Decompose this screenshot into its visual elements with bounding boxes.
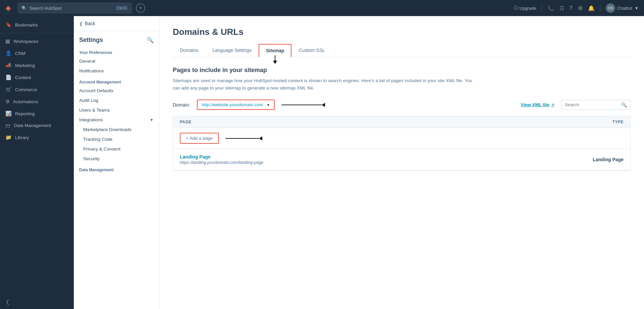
add-page-annotation-arrow	[225, 136, 262, 140]
data-management-icon: 🗃	[5, 123, 10, 128]
settings-search-icon[interactable]: 🔍	[147, 37, 154, 43]
sidebar-item-label: Bookmarks	[15, 22, 38, 27]
settings-icon[interactable]: ⚙	[578, 5, 583, 11]
col-type-header: TYPE	[550, 120, 624, 124]
sidebar-item-bookmarks[interactable]: 🔖 Bookmarks	[0, 19, 74, 31]
sidebar-item-reporting[interactable]: 📊 Reporting	[0, 108, 74, 120]
sidebar-item-label: CRM	[15, 51, 25, 56]
settings-panel: ❮ Back Settings 🔍 Your Preferences Gener…	[74, 16, 159, 309]
tabs-row: Domains Language Settings Sitemap Custom…	[173, 44, 631, 57]
sidebar-item-data-management[interactable]: 🗃 Data Management	[0, 120, 74, 131]
add-button[interactable]: +	[136, 3, 145, 13]
sidebar-item-workspaces[interactable]: ▦ Workspaces	[0, 35, 74, 47]
section-label-data-management: Data Management	[74, 164, 159, 174]
global-search-bar[interactable]: 🔍 Search HubSpot Ctrl K	[18, 3, 132, 13]
automations-icon: ⚙	[5, 99, 10, 105]
settings-header: Settings 🔍	[74, 31, 159, 46]
external-link-icon: ↗	[551, 103, 554, 107]
settings-nav-tracking-code[interactable]: Tracking Code	[74, 134, 159, 144]
sidebar-divider	[0, 33, 74, 33]
sidebar-item-commerce[interactable]: 🛒 Commerce	[0, 83, 74, 96]
settings-nav-integrations[interactable]: Integrations ▼	[74, 115, 159, 125]
marketing-icon: 📣	[5, 62, 12, 68]
section-label-your-preferences: Your Preferences	[74, 46, 159, 56]
help-icon[interactable]: ?	[570, 5, 573, 11]
avatar: CB	[606, 3, 615, 13]
sidebar-bottom: ❮	[0, 295, 74, 309]
nav-divider	[542, 4, 542, 12]
search-placeholder: Search HubSpot	[30, 6, 61, 11]
search-icon[interactable]: 🔍	[621, 102, 627, 108]
settings-nav-notifications[interactable]: Notifications	[74, 66, 159, 76]
settings-nav-marketplace-downloads[interactable]: Marketplace Downloads	[74, 125, 159, 134]
search-icon: 🔍	[21, 6, 27, 11]
sidebar-item-label: Marketing	[15, 63, 35, 68]
collapse-sidebar-button[interactable]: ❮	[5, 299, 10, 305]
settings-title: Settings	[79, 37, 103, 44]
sidebar-item-label: Workspaces	[13, 39, 38, 44]
view-xml-link[interactable]: View XML file ↗	[521, 102, 554, 107]
settings-nav-general[interactable]: General	[74, 56, 159, 66]
tab-custom-ssl[interactable]: Custom SSL	[291, 44, 332, 57]
sidebar-item-label: Data Management	[14, 123, 51, 128]
add-page-button[interactable]: + Add a page	[180, 133, 219, 144]
page-url: https://landing.yourdomain.com/landing-p…	[180, 160, 550, 165]
pages-table: PAGE TYPE + Add a page Landing Page http…	[173, 116, 631, 171]
upgrade-button[interactable]: ⓘ Upgrade	[514, 5, 536, 11]
tab-domains[interactable]: Domains	[173, 44, 205, 57]
crm-icon: 👤	[5, 50, 12, 56]
help-circle-icon: ⓘ	[514, 5, 518, 11]
sidebar-item-content[interactable]: 📄 Content	[0, 71, 74, 83]
search-input-wrapper: 🔍	[561, 100, 631, 110]
settings-nav-account-defaults[interactable]: Account Defaults	[74, 86, 159, 96]
sidebar-item-marketing[interactable]: 📣 Marketing	[0, 59, 74, 71]
settings-nav-audit-log[interactable]: Audit Log	[74, 96, 159, 105]
tab-language-settings[interactable]: Language Settings	[205, 44, 259, 57]
domain-row: Domain: http://website.yourdomain.com ▼ …	[173, 100, 631, 110]
reporting-icon: 📊	[5, 111, 12, 117]
bookmark-icon: 🔖	[5, 22, 12, 28]
table-header: PAGE TYPE	[173, 116, 630, 128]
col-page-header: PAGE	[180, 120, 550, 124]
page-info: Landing Page https://landing.yourdomain.…	[180, 154, 550, 165]
table-row: Landing Page https://landing.yourdomain.…	[173, 149, 630, 171]
page-title: Domains & URLs	[173, 27, 631, 37]
nav-divider-2	[600, 4, 600, 12]
user-avatar-section[interactable]: CB Chatbot ▼	[606, 3, 639, 13]
workspaces-icon: ▦	[5, 38, 10, 44]
commerce-icon: 🛒	[5, 86, 12, 92]
content-icon: 📄	[5, 74, 12, 80]
hubspot-logo: ◈	[5, 4, 11, 12]
search-shortcut: Ctrl K	[116, 6, 128, 10]
search-input[interactable]	[565, 102, 619, 107]
back-arrow-icon: ❮	[79, 21, 83, 26]
page-type: Landing Page	[550, 157, 624, 162]
section-label-account-management: Account Management	[74, 76, 159, 86]
domain-dropdown[interactable]: http://website.yourdomain.com ▼	[197, 100, 275, 110]
top-nav-actions: ⓘ Upgrade 📞 ☷ ? ⚙ 🔔 CB Chatbot ▼	[514, 3, 639, 13]
body-layout: 🔖 Bookmarks ▦ Workspaces 👤 CRM 📣 Marketi…	[0, 16, 644, 309]
chevron-down-icon: ▼	[150, 118, 154, 122]
sidebar-item-label: Content	[15, 75, 31, 80]
sidebar-item-crm[interactable]: 👤 CRM	[0, 47, 74, 59]
chevron-down-icon: ▼	[266, 103, 270, 107]
library-icon: 📁	[5, 134, 12, 140]
domain-label: Domain:	[173, 102, 190, 108]
settings-nav-users-teams[interactable]: Users & Teams	[74, 105, 159, 115]
sidebar-item-label: Commerce	[15, 87, 37, 92]
sidebar-item-automations[interactable]: ⚙ Automations	[0, 96, 74, 108]
bell-icon[interactable]: 🔔	[588, 5, 595, 11]
sitemap-section-description: Sitemaps are used to manage how your Hub…	[173, 77, 475, 91]
settings-nav-privacy-consent[interactable]: Privacy & Consent	[74, 144, 159, 154]
grid-icon[interactable]: ☷	[559, 5, 564, 11]
back-button[interactable]: ❮ Back	[74, 16, 159, 31]
left-sidebar: 🔖 Bookmarks ▦ Workspaces 👤 CRM 📣 Marketi…	[0, 16, 74, 309]
tab-sitemap[interactable]: Sitemap	[259, 44, 291, 57]
settings-nav-security[interactable]: Security	[74, 154, 159, 164]
sitemap-section-title: Pages to include in your sitemap	[173, 67, 631, 74]
sidebar-item-library[interactable]: 📁 Library	[0, 131, 74, 143]
sidebar-item-label: Library	[15, 135, 29, 140]
chevron-down-icon: ▼	[634, 6, 639, 11]
phone-icon[interactable]: 📞	[547, 5, 554, 11]
page-name[interactable]: Landing Page	[180, 154, 550, 160]
